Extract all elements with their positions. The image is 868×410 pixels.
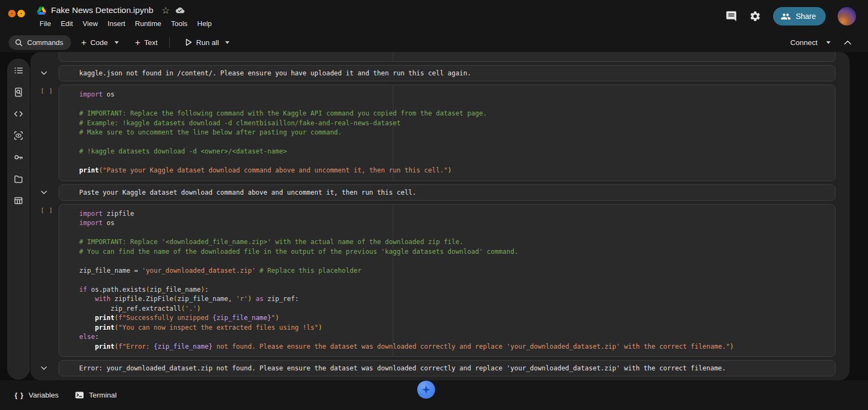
eye-scan-icon[interactable] — [14, 131, 23, 140]
gemini-spark-icon — [421, 385, 431, 395]
code-line: else: — [59, 332, 835, 342]
menu-item-tools[interactable]: Tools — [166, 18, 192, 29]
output-cell[interactable]: Paste your Kaggle dataset download comma… — [59, 184, 835, 201]
title-block: Fake News Detection.ipynb ☆ FileEditView… — [37, 4, 216, 29]
collapse-output-chevron-icon[interactable] — [41, 190, 47, 195]
plus-icon: + — [81, 39, 86, 46]
output-text: kaggle.json not found in /content/. Plea… — [79, 69, 471, 77]
notebook-title[interactable]: Fake News Detection.ipynb — [51, 5, 154, 15]
menu-item-help[interactable]: Help — [193, 18, 217, 29]
braces-icon: { } — [15, 391, 24, 399]
toolbar: Commands + Code + Text Run all Connect — [0, 33, 868, 52]
run-cell-button[interactable]: [ ] — [41, 87, 53, 94]
settings-gear-icon[interactable] — [749, 10, 761, 22]
code-line: # Example: !kaggle datasets download -d … — [59, 119, 835, 129]
run-all-dropdown-chevron-icon[interactable] — [225, 41, 229, 44]
code-line: if os.path.exists(zip_file_name): — [59, 285, 835, 295]
share-people-icon — [781, 11, 791, 22]
menu-item-runtime[interactable]: Runtime — [130, 18, 166, 29]
menu-item-view[interactable]: View — [78, 18, 103, 29]
menu-item-edit[interactable]: Edit — [56, 18, 78, 29]
colab-logo[interactable] — [8, 7, 31, 25]
statusbar: { } Variables Terminal — [0, 380, 868, 410]
code-line: print("Paste your Kaggle dataset downloa… — [59, 166, 835, 176]
code-line: # Make sure to uncomment the line below … — [59, 128, 835, 138]
code-line — [59, 100, 835, 110]
search-icon — [15, 39, 23, 47]
avatar[interactable] — [838, 7, 856, 25]
notebook-panel: kaggle.json not found in /content/. Plea… — [30, 52, 850, 380]
run-cell-button[interactable]: [ ] — [41, 207, 53, 214]
code-snippets-icon[interactable] — [14, 109, 23, 119]
commands-label: Commands — [27, 39, 63, 47]
plus-icon: + — [135, 39, 141, 46]
code-line: # You can find the name of the downloade… — [59, 247, 835, 257]
menu-item-insert[interactable]: Insert — [103, 18, 130, 29]
code-line: import os — [59, 219, 835, 228]
output-cell-row: Paste your Kaggle dataset download comma… — [59, 184, 835, 201]
colab-logo-ring-right — [17, 10, 25, 17]
add-text-button[interactable]: + Text — [131, 36, 162, 49]
output-text: Paste your Kaggle dataset download comma… — [79, 189, 416, 196]
output-cell-row: kaggle.json not found in /content/. Plea… — [59, 65, 835, 81]
toolbar-divider — [169, 37, 170, 48]
code-line — [59, 157, 835, 166]
cells-container: kaggle.json not found in /content/. Plea… — [59, 52, 835, 376]
code-line: print(f"Successfully unzipped {zip_file_… — [59, 313, 835, 323]
code-dropdown-chevron-icon[interactable] — [114, 41, 119, 44]
gemini-spark-button[interactable] — [417, 381, 435, 399]
commands-button[interactable]: Commands — [9, 35, 71, 50]
play-icon — [185, 39, 192, 46]
code-line: import zipfile — [59, 209, 835, 219]
code-line: print(f"Error: {zip_file_name} not found… — [59, 342, 835, 352]
code-line: print("You can now inspect the extracted… — [59, 323, 835, 333]
code-line: zip_file_name = 'your_downloaded_dataset… — [59, 266, 835, 276]
files-folder-icon[interactable] — [14, 174, 23, 184]
add-code-label: Code — [90, 39, 107, 47]
terminal-button[interactable]: Terminal — [75, 391, 117, 399]
find-and-replace-icon[interactable] — [14, 87, 23, 97]
table-of-contents-icon[interactable] — [14, 66, 23, 75]
run-all-button[interactable]: Run all — [181, 36, 223, 49]
collapse-output-chevron-icon[interactable] — [41, 71, 47, 75]
code-line: zip_ref.extractall('.') — [59, 304, 835, 314]
code-line — [59, 138, 835, 148]
output-cell-row: Error: your_downloaded_dataset.zip not f… — [59, 360, 835, 376]
run-all-label: Run all — [196, 39, 219, 47]
terminal-icon — [75, 391, 84, 399]
code-line: with zipfile.ZipFile(zip_file_name, 'r')… — [59, 294, 835, 304]
comments-icon[interactable] — [725, 10, 737, 22]
menu-item-file[interactable]: File — [35, 18, 56, 29]
code-cell[interactable]: import zipfileimport os # IMPORTANT: Rep… — [59, 204, 835, 357]
code-cell-row: [ ]import os # IMPORTANT: Replace the fo… — [59, 85, 835, 181]
secrets-key-icon[interactable] — [14, 152, 23, 162]
code-cell-row: [ ]import zipfileimport os # IMPORTANT: … — [59, 204, 835, 357]
add-code-button[interactable]: + Code — [76, 36, 112, 49]
toolbar-right: Connect — [787, 36, 868, 49]
cloud-saved-icon[interactable] — [175, 6, 186, 15]
menubar: FileEditViewInsertRuntimeToolsHelp — [35, 18, 216, 29]
output-cell[interactable]: Error: your_downloaded_dataset.zip not f… — [59, 360, 835, 376]
output-cell[interactable]: kaggle.json not found in /content/. Plea… — [59, 65, 835, 81]
variables-button[interactable]: { } Variables — [15, 391, 59, 399]
chevron-up-icon[interactable] — [844, 40, 852, 46]
code-line — [59, 228, 835, 238]
variables-label: Variables — [29, 391, 59, 399]
data-table-icon[interactable] — [14, 196, 23, 206]
connect-button[interactable]: Connect — [787, 36, 821, 49]
header-right: Share — [725, 7, 868, 25]
column-ruler — [393, 52, 393, 61]
code-cell[interactable]: import os # IMPORTANT: Replace the follo… — [59, 85, 835, 181]
connect-dropdown-chevron-icon[interactable] — [826, 41, 831, 44]
output-text: Error: your_downloaded_dataset.zip not f… — [79, 364, 726, 372]
drive-icon — [37, 7, 46, 15]
code-line: # IMPORTANT: Replace the following comma… — [59, 109, 835, 119]
left-sidebar — [7, 59, 30, 380]
code-line: # !kaggle datasets download -d <owner>/<… — [59, 147, 835, 157]
colab-logo-ring-left — [8, 10, 16, 17]
share-button[interactable]: Share — [773, 7, 826, 25]
code-line — [59, 257, 835, 266]
collapse-output-chevron-icon[interactable] — [41, 366, 47, 370]
terminal-label: Terminal — [89, 391, 117, 399]
star-icon[interactable]: ☆ — [162, 5, 170, 16]
